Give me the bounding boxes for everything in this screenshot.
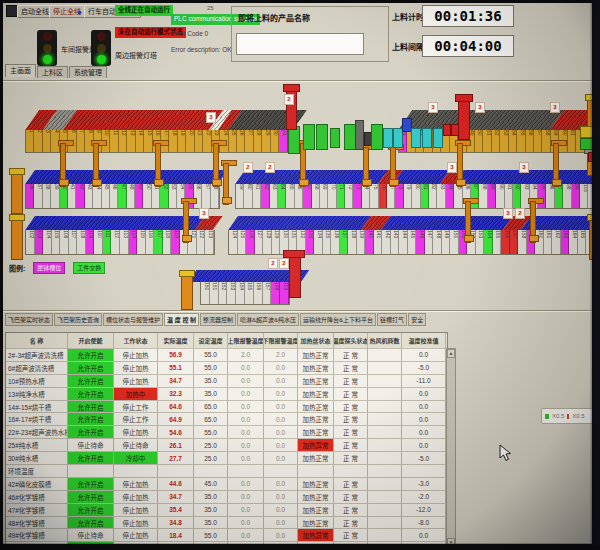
tab-整流器控制[interactable]: 整流器控制 bbox=[200, 313, 236, 326]
tab-系统管理[interactable]: 系统管理 bbox=[69, 66, 107, 78]
kiln-line-right-roof bbox=[398, 110, 592, 130]
table-row[interactable]: 46#化学镀槽允许开启停止加热34.735.00.00.0加热正常正 常-2.0 bbox=[6, 491, 447, 504]
tab-飞巴架实时状态[interactable]: 飞巴架实时状态 bbox=[5, 313, 53, 326]
slot-cell: 56 bbox=[194, 184, 202, 208]
slot-number: 150 bbox=[451, 230, 459, 238]
slot-cell: 141 bbox=[374, 230, 383, 254]
slot-cell: 165 bbox=[578, 230, 587, 254]
slot-cell: 135 bbox=[323, 230, 332, 254]
slot-number: 30 bbox=[272, 130, 279, 136]
scroll-up-icon[interactable]: ▲ bbox=[447, 349, 455, 358]
station-machine bbox=[433, 128, 443, 148]
cell-actual: 26.1 bbox=[158, 439, 194, 452]
slot-cell: 138 bbox=[348, 230, 357, 254]
slot-cell: 7 bbox=[77, 130, 85, 152]
cell-enable: 允许开启 bbox=[68, 491, 114, 504]
tab-飞巴架历史查询[interactable]: 飞巴架历史查询 bbox=[54, 313, 102, 326]
slot-number: 54 bbox=[510, 130, 517, 136]
count-tag: 3 bbox=[503, 208, 513, 219]
start-line-button[interactable]: 启动全线 bbox=[17, 5, 53, 18]
lift-cap bbox=[587, 214, 592, 221]
slot-number: 123 bbox=[206, 230, 214, 238]
cell-name: 13#纯净水槽 bbox=[6, 388, 68, 401]
cell-actual: 54.6 bbox=[158, 426, 194, 439]
table-row[interactable]: 48#化学镀槽允许开启停止加热34.835.00.00.0加热正常正 常-8.0 bbox=[6, 517, 447, 530]
table-row[interactable]: 47#化学镀槽允许开启停止加热35.435.00.00.0加热正常正 常-12.… bbox=[6, 504, 447, 517]
cell-heater: 加热正常 bbox=[298, 375, 334, 388]
slot-number: 58 bbox=[543, 130, 550, 136]
slot-cell: 18 bbox=[169, 130, 177, 152]
cell-enable: 允许开启 bbox=[68, 426, 114, 439]
slot-number: 151 bbox=[211, 282, 219, 290]
tab-主画面[interactable]: 主画面 bbox=[5, 64, 36, 77]
table-row[interactable]: 30#纯水槽允许开启冷却中27.725.00.00.0加热正常正 常-5.0 bbox=[6, 452, 447, 465]
cell-down: 0.0 bbox=[264, 375, 298, 388]
slot-cell: 59 bbox=[236, 184, 244, 208]
cell-up: 0.0 bbox=[228, 362, 264, 375]
crane-hook bbox=[464, 235, 474, 242]
zoom-widget[interactable]: X0.5 X0.5 bbox=[541, 408, 592, 424]
cell-calib: -2.0 bbox=[402, 491, 446, 504]
tab-链槽打气[interactable]: 链槽打气 bbox=[377, 313, 407, 326]
table-row[interactable]: 49#化学镀槽停止待命停止加热18.455.00.00.0加热异常正 常0.0 bbox=[6, 529, 447, 542]
tab-喷淋&超声波&纯水压[interactable]: 喷淋&超声波&纯水压 bbox=[237, 313, 299, 326]
slot-cell: 31 bbox=[279, 130, 287, 152]
divider bbox=[3, 310, 592, 312]
table-row[interactable]: 13#纯净水槽允许开启加热中32.335.00.00.0加热正常正 常0.0 bbox=[6, 388, 447, 401]
cell-status: 停止待命 bbox=[114, 439, 158, 452]
cell-probe: 正 常 bbox=[334, 517, 368, 530]
plc-error-code: Error Code 0 bbox=[171, 30, 208, 37]
table-row[interactable]: 6#超声波清洗槽允许开启停止加热55.155.00.00.0加热正常正 常-5.… bbox=[6, 362, 447, 375]
crane-hook bbox=[389, 179, 399, 186]
table-row[interactable]: 10#预热水槽允许开启停止加热34.735.00.00.0加热正常正 常-11.… bbox=[6, 375, 447, 388]
conveyor-d-cells: 150151152153154155156157158159 bbox=[200, 282, 290, 305]
table-row[interactable]: 14#-15#烘干槽允许开启停止工作64.665.00.00.0加热正常正 常0… bbox=[6, 401, 447, 414]
tab-安全[interactable]: 安全 bbox=[408, 313, 426, 326]
green-bulb-icon bbox=[97, 55, 106, 64]
cell-probe: 正 常 bbox=[334, 362, 368, 375]
slot-number: 13 bbox=[128, 130, 135, 136]
slot-cell: 83 bbox=[437, 184, 445, 208]
cell-up: 0.0 bbox=[228, 517, 264, 530]
table-row[interactable]: 22#-23#超声波热水槽允许开启停止加热54.655.00.00.0加热正常正… bbox=[6, 426, 447, 439]
cell-up: 0.0 bbox=[228, 375, 264, 388]
table-row[interactable]: 42#磷化皮膜槽允许开启停止加热44.645.00.00.0加热正常正 常-3.… bbox=[6, 478, 447, 491]
slot-number: 154 bbox=[485, 230, 493, 238]
count-tag: 3 bbox=[475, 102, 485, 113]
slot-cell: 43 bbox=[85, 184, 93, 208]
table-row[interactable]: 环境温度 bbox=[6, 465, 447, 478]
column-header: 下限报警温度 bbox=[264, 333, 298, 349]
tab-运输线升降台&上下料平台[interactable]: 运输线升降台&上下料平台 bbox=[300, 313, 376, 326]
slot-number: 115 bbox=[138, 230, 146, 238]
slot-number: 139 bbox=[358, 230, 366, 238]
slot-number: 110 bbox=[95, 230, 103, 238]
count-tag: 3 bbox=[199, 208, 209, 219]
cell-status bbox=[114, 465, 158, 478]
cell-heater: 加热正常 bbox=[298, 452, 334, 465]
cell-down bbox=[264, 465, 298, 478]
slot-number: 71 bbox=[338, 184, 345, 190]
tab-上料区[interactable]: 上料区 bbox=[37, 66, 68, 78]
table-row[interactable]: 50#化学镀槽允许开启停止加热55.655.00.00.0加热正常正 常0.0 bbox=[6, 542, 447, 544]
table-row[interactable]: 16#-17#烘干槽允许开启停止工作64.965.00.00.0加热正常正 常0… bbox=[6, 413, 447, 426]
slot-number: 155 bbox=[494, 230, 502, 238]
cell-actual: 64.9 bbox=[158, 413, 194, 426]
slot-number: 9 bbox=[95, 130, 102, 133]
table-row[interactable]: 2#-3#超声波清洗槽允许开启停止加热56.955.02.02.0加热正常正 常… bbox=[6, 349, 447, 362]
slot-number: 101 bbox=[589, 184, 592, 192]
function-tab-bar: 飞巴架实时状态飞巴架历史查询槽位状态与报警维护温 度 控 制整流器控制喷淋&超声… bbox=[5, 313, 591, 326]
lift-station bbox=[11, 172, 23, 214]
cell-actual: 34.7 bbox=[158, 375, 194, 388]
slot-number: 116 bbox=[147, 230, 155, 238]
cell-status: 停止加热 bbox=[114, 362, 158, 375]
scroll-down-icon[interactable]: ▼ bbox=[447, 538, 455, 544]
table-row[interactable]: 25#纯水槽停止待命停止待命26.125.00.00.0加热异常正 常0.0 bbox=[6, 439, 447, 452]
tab-槽位状态与报警维护[interactable]: 槽位状态与报警维护 bbox=[103, 313, 163, 326]
next-product-input[interactable] bbox=[236, 33, 364, 55]
tab-温 度 控 制[interactable]: 温 度 控 制 bbox=[164, 313, 199, 326]
cell-probe: 正 常 bbox=[334, 542, 368, 544]
table-scrollbar[interactable]: ▲ ▼ bbox=[446, 348, 456, 544]
slot-cell: 63 bbox=[270, 184, 278, 208]
slot-cell: 12 bbox=[119, 130, 127, 152]
slot-cell: 42 bbox=[76, 184, 84, 208]
